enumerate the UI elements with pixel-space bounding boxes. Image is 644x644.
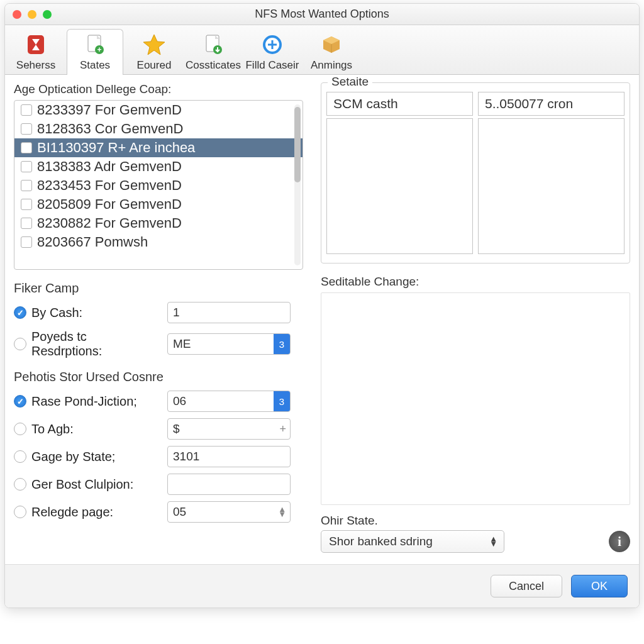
stepper-arrows-icon[interactable]: ▲▼ bbox=[278, 507, 286, 517]
info-button[interactable]: i bbox=[609, 531, 630, 552]
toagb-radio[interactable] bbox=[14, 423, 26, 435]
ohir-label: Ohir State. bbox=[321, 514, 630, 528]
gage-radio[interactable] bbox=[14, 450, 26, 463]
ok-button[interactable]: OK bbox=[571, 575, 628, 597]
plus-circle-icon bbox=[260, 33, 284, 57]
checkbox-icon[interactable] bbox=[21, 123, 32, 135]
box-icon bbox=[319, 33, 343, 57]
scroll-thumb[interactable] bbox=[294, 107, 301, 182]
list-item[interactable]: 8233453 For GemvenD bbox=[14, 176, 303, 195]
tab-label: Filld Caseir bbox=[245, 59, 299, 72]
plus-icon[interactable]: + bbox=[279, 423, 286, 436]
by-cash-input[interactable]: 1 bbox=[167, 302, 291, 323]
poyeds-select[interactable]: ME3 bbox=[167, 333, 291, 355]
setaite-col1-header[interactable]: SCM casth bbox=[326, 92, 473, 116]
relegde-stepper[interactable]: 05▲▼ bbox=[167, 501, 291, 523]
ger-input[interactable] bbox=[167, 474, 291, 495]
relegde-label: Relegde page: bbox=[31, 505, 113, 519]
titlebar: NFS Most Wanted Options bbox=[5, 4, 639, 25]
seditable-area[interactable] bbox=[321, 292, 630, 505]
checkbox-icon[interactable] bbox=[21, 236, 32, 248]
tab-filld-caseir[interactable]: Filld Caseir bbox=[244, 29, 301, 74]
hourglass-icon bbox=[24, 33, 48, 57]
tab-seherss[interactable]: Seherss bbox=[8, 29, 64, 74]
tab-anmings[interactable]: Anmings bbox=[303, 29, 360, 74]
tab-label: States bbox=[80, 59, 110, 72]
document-add-icon: + bbox=[83, 33, 107, 57]
tab-label: Seherss bbox=[16, 59, 55, 72]
setaite-col1-box bbox=[326, 118, 473, 254]
checkbox-icon[interactable] bbox=[21, 218, 32, 229]
pehotis-title: Pehotis Stor Ursed Cosnre bbox=[14, 370, 303, 384]
rase-label: Rase Pond-Jiction; bbox=[31, 394, 137, 409]
cancel-button[interactable]: Cancel bbox=[491, 575, 562, 597]
gage-input[interactable]: 3101 bbox=[167, 446, 291, 467]
age-listbox[interactable]: 8233397 For GemvenD 8128363 Cor GemvenD … bbox=[14, 100, 303, 270]
star-icon bbox=[142, 33, 166, 57]
ger-radio[interactable] bbox=[14, 478, 26, 491]
info-icon: i bbox=[618, 535, 621, 549]
tab-label: Eoured bbox=[137, 59, 172, 72]
relegde-radio[interactable] bbox=[14, 506, 26, 518]
by-cash-label: By Cash: bbox=[31, 306, 82, 320]
setaite-group: Setaite SCM casth 5..050077 cron bbox=[321, 82, 630, 264]
ohir-dropdown[interactable]: Shor banked sdring ▲▼ bbox=[321, 530, 504, 553]
chevron-down-icon: 3 bbox=[274, 334, 290, 354]
svg-marker-5 bbox=[143, 35, 165, 55]
by-cash-radio[interactable] bbox=[14, 306, 26, 319]
poyeds-label: Poyeds tc Resdrptions: bbox=[31, 330, 158, 358]
tab-label: Cossticates bbox=[186, 59, 241, 72]
updown-icon: ▲▼ bbox=[489, 536, 497, 547]
list-item[interactable]: 8128363 Cor GemvenD bbox=[14, 119, 303, 138]
document-download-icon bbox=[201, 33, 225, 57]
tab-label: Anmings bbox=[311, 59, 352, 72]
list-item[interactable]: 8230882 For GemvenD bbox=[14, 214, 303, 233]
toagb-stepper[interactable]: $+ bbox=[167, 418, 291, 440]
gage-label: Gage by State; bbox=[31, 450, 115, 464]
chevron-down-icon: 3 bbox=[274, 391, 290, 411]
list-item[interactable]: 8138383 Adr GemvenD bbox=[14, 157, 303, 176]
scrollbar[interactable] bbox=[294, 104, 301, 265]
checkbox-icon[interactable] bbox=[21, 104, 32, 116]
window-title: NFS Most Wanted Options bbox=[5, 8, 639, 21]
tab-states[interactable]: + States bbox=[67, 29, 123, 74]
svg-text:+: + bbox=[97, 45, 101, 54]
list-item[interactable]: 8203667 Pomwsh bbox=[14, 233, 303, 252]
list-label: Age Optication Dellege Coap: bbox=[14, 82, 303, 96]
content: Age Optication Dellege Coap: 8233397 For… bbox=[5, 75, 639, 564]
setaite-col2-box bbox=[478, 118, 625, 254]
checkbox-icon[interactable] bbox=[21, 180, 32, 191]
toagb-label: To Agb: bbox=[31, 422, 74, 436]
ger-label: Ger Bost Clulpion: bbox=[31, 477, 133, 492]
list-item[interactable]: 8205809 For GemvenD bbox=[14, 195, 303, 214]
footer: Cancel OK bbox=[5, 564, 639, 608]
seditable-label: Seditable Change: bbox=[321, 275, 630, 289]
list-item[interactable]: 8233397 For GemvenD bbox=[14, 101, 303, 119]
checkbox-icon[interactable] bbox=[21, 161, 32, 172]
svg-rect-0 bbox=[28, 35, 44, 54]
options-window: NFS Most Wanted Options Seherss + States… bbox=[4, 3, 640, 608]
tab-eoured[interactable]: Eoured bbox=[126, 29, 182, 74]
checkbox-icon[interactable] bbox=[21, 199, 32, 210]
poyeds-radio[interactable] bbox=[14, 338, 26, 350]
rase-radio[interactable] bbox=[14, 395, 26, 408]
setaite-col2-header[interactable]: 5..050077 cron bbox=[478, 92, 625, 116]
toolbar: Seherss + States Eoured Cossticates Fill… bbox=[5, 25, 639, 75]
fiker-title: Fiker Camp bbox=[14, 281, 303, 296]
checkbox-icon[interactable] bbox=[21, 142, 32, 153]
setaite-title: Setaite bbox=[328, 75, 372, 89]
list-item-selected[interactable]: BI1130397 R+ Are inchea bbox=[14, 138, 303, 157]
tab-cossticates[interactable]: Cossticates bbox=[185, 29, 242, 74]
rase-select[interactable]: 063 bbox=[167, 391, 291, 412]
